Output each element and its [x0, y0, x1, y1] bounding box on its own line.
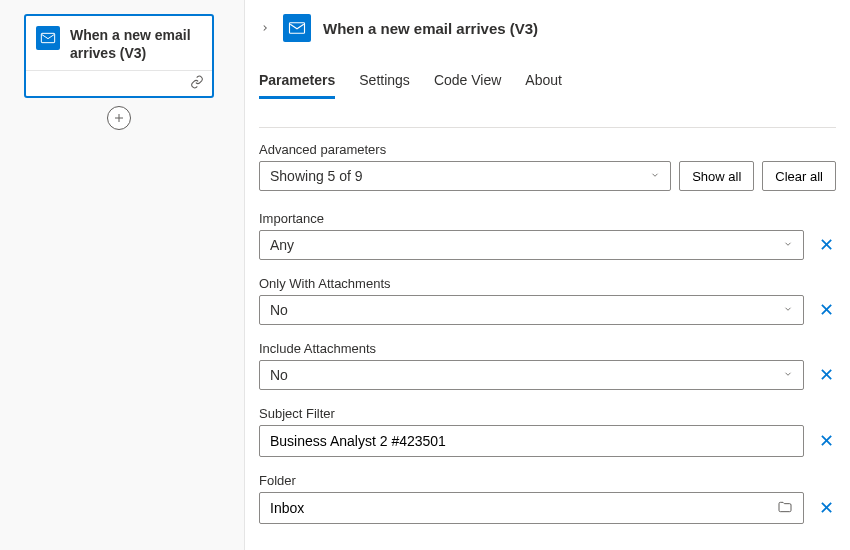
add-step-button[interactable]	[107, 106, 131, 130]
outlook-icon	[283, 14, 311, 42]
folder-input-wrapper	[259, 492, 804, 524]
subject-filter-label: Subject Filter	[259, 406, 836, 421]
trigger-card[interactable]: When a new email arrives (V3)	[24, 14, 214, 98]
importance-select[interactable]: Any	[259, 230, 804, 260]
flow-canvas: When a new email arrives (V3)	[0, 0, 245, 550]
tab-parameters[interactable]: Parameters	[259, 72, 335, 99]
folder-input[interactable]	[270, 500, 777, 516]
outlook-icon	[36, 26, 60, 50]
folder-field: Folder ✕	[259, 473, 836, 524]
only-attachments-label: Only With Attachments	[259, 276, 836, 291]
clear-all-button[interactable]: Clear all	[762, 161, 836, 191]
folder-picker-icon[interactable]	[777, 499, 793, 518]
subject-filter-input-wrapper	[259, 425, 804, 457]
chevron-down-icon	[783, 369, 793, 381]
svg-rect-1	[290, 23, 305, 34]
tab-about[interactable]: About	[525, 72, 562, 99]
trigger-card-footer	[26, 70, 212, 96]
clear-only-attachments-button[interactable]: ✕	[816, 300, 836, 320]
panel-header: When a new email arrives (V3)	[253, 14, 842, 52]
include-attachments-field: Include Attachments No ✕	[259, 341, 836, 390]
subject-filter-input[interactable]	[270, 433, 793, 449]
include-attachments-label: Include Attachments	[259, 341, 836, 356]
importance-label: Importance	[259, 211, 836, 226]
tabs: Parameters Settings Code View About	[253, 52, 842, 99]
collapse-panel-button[interactable]	[259, 22, 271, 34]
show-all-button[interactable]: Show all	[679, 161, 754, 191]
clear-include-attachments-button[interactable]: ✕	[816, 365, 836, 385]
connection-icon[interactable]	[190, 75, 204, 92]
only-attachments-select[interactable]: No	[259, 295, 804, 325]
include-attachments-select[interactable]: No	[259, 360, 804, 390]
chevron-down-icon	[650, 170, 660, 182]
trigger-card-header: When a new email arrives (V3)	[26, 16, 212, 70]
include-attachments-value: No	[270, 367, 288, 383]
clear-folder-button[interactable]: ✕	[816, 498, 836, 518]
advanced-params-row: Showing 5 of 9 Show all Clear all	[259, 161, 836, 191]
parameters-form: Advanced parameters Showing 5 of 9 Show …	[253, 142, 842, 524]
only-attachments-value: No	[270, 302, 288, 318]
advanced-params-label: Advanced parameters	[259, 142, 836, 157]
details-panel: When a new email arrives (V3) Parameters…	[245, 0, 850, 550]
importance-value: Any	[270, 237, 294, 253]
importance-field: Importance Any ✕	[259, 211, 836, 260]
advanced-params-select[interactable]: Showing 5 of 9	[259, 161, 671, 191]
chevron-down-icon	[783, 304, 793, 316]
tab-settings[interactable]: Settings	[359, 72, 410, 99]
panel-title: When a new email arrives (V3)	[323, 20, 538, 37]
trigger-card-title: When a new email arrives (V3)	[70, 26, 202, 62]
chevron-down-icon	[783, 239, 793, 251]
clear-importance-button[interactable]: ✕	[816, 235, 836, 255]
subject-filter-field: Subject Filter ✕	[259, 406, 836, 457]
svg-rect-0	[41, 33, 54, 42]
only-attachments-field: Only With Attachments No ✕	[259, 276, 836, 325]
folder-label: Folder	[259, 473, 836, 488]
divider	[259, 127, 836, 128]
tab-codeview[interactable]: Code View	[434, 72, 501, 99]
clear-subject-filter-button[interactable]: ✕	[816, 431, 836, 451]
advanced-params-value: Showing 5 of 9	[270, 168, 363, 184]
